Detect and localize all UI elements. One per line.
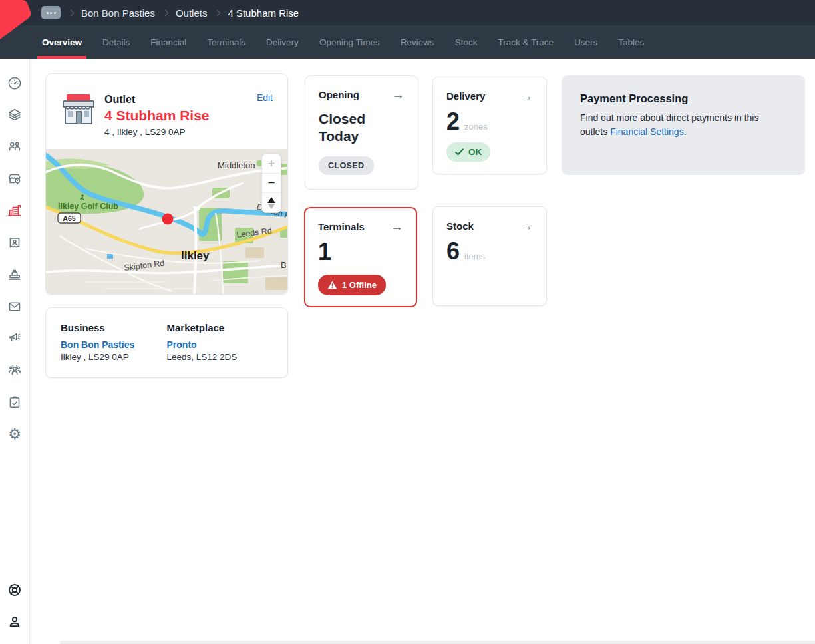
customers-icon[interactable] (7, 139, 23, 155)
stock-count: 6 (446, 239, 460, 264)
receipt-contact-icon[interactable] (7, 235, 23, 251)
tab-details[interactable]: Details (102, 25, 130, 59)
delivery-unit: zones (464, 122, 488, 132)
arrow-right-icon[interactable]: → (520, 220, 533, 232)
outlet-name: 4 Stubham Rise (104, 108, 273, 124)
cash-register-icon[interactable] (7, 267, 23, 283)
breadcrumb-current: 4 Stubham Rise (228, 7, 299, 19)
tab-terminals[interactable]: Terminals (207, 25, 245, 59)
tab-overview[interactable]: Overview (42, 25, 82, 59)
business-address: Ilkley , LS29 0AP (61, 352, 167, 362)
tab-delivery[interactable]: Delivery (266, 25, 299, 59)
terminals-card[interactable]: Terminals → 1 1 Offline (304, 207, 417, 307)
storefront-icon (61, 92, 96, 128)
marketplace-link[interactable]: Pronto (167, 339, 273, 350)
delivery-count: 2 (446, 109, 460, 134)
delivery-card[interactable]: Delivery → 2 zones OK (432, 77, 547, 174)
storefront-location-icon[interactable] (7, 171, 23, 187)
zoom-out-button[interactable]: − (262, 174, 281, 193)
marketplace-address: Leeds, LS12 2DS (167, 352, 273, 362)
business-marketplace-card: Business Bon Bon Pasties Ilkley , LS29 0… (45, 307, 288, 378)
settings-gear-icon[interactable]: ⚙ (7, 426, 23, 442)
scrollbar-track[interactable] (60, 641, 815, 644)
outlets-buildings-icon[interactable] (7, 203, 23, 219)
map[interactable]: Middleton Ilkley Golf Club A65 Skipton R… (46, 149, 287, 294)
tab-financial[interactable]: Financial (150, 25, 186, 59)
svg-text:A65: A65 (63, 214, 75, 222)
payment-title: Payment Processing (580, 92, 786, 105)
dashboard-gauge-icon[interactable] (7, 75, 23, 91)
stock-card[interactable]: Stock → 6 items (432, 206, 547, 306)
ok-badge: OK (446, 142, 490, 162)
map-label-middleton: Middleton (218, 160, 255, 170)
tab-track-trace[interactable]: Track & Trace (498, 25, 554, 59)
marketplace-heading: Marketplace (167, 322, 273, 333)
breadcrumb-outlets[interactable]: Outlets (176, 7, 208, 19)
opening-card[interactable]: Opening → Closed Today CLOSED (305, 75, 418, 190)
arrow-right-icon[interactable]: → (391, 220, 403, 233)
tab-tables[interactable]: Tables (618, 25, 644, 59)
payment-processing-panel: Payment Processing Find out more about d… (562, 75, 805, 175)
sidebar: ⚙ (0, 59, 30, 644)
map-label-ilkley: Ilkley (181, 249, 210, 262)
layers-icon[interactable] (7, 107, 23, 123)
support-lifebuoy-icon[interactable] (7, 582, 23, 598)
mail-icon[interactable] (7, 299, 23, 315)
chevron-right-icon (214, 9, 221, 16)
terminals-title: Terminals (318, 221, 365, 232)
map-label-golf-club: Ilkley Golf Club (58, 202, 118, 211)
compass-button[interactable] (262, 193, 281, 212)
edit-outlet-link[interactable]: Edit (257, 92, 273, 103)
tab-stock[interactable]: Stock (455, 25, 478, 59)
tab-bar: Overview Details Financial Terminals Del… (0, 25, 815, 59)
brand-logo[interactable] (0, 0, 32, 40)
outlet-label: Outlet (104, 94, 273, 106)
terminals-count: 1 (318, 240, 331, 265)
stock-title: Stock (446, 220, 474, 232)
arrow-right-icon[interactable]: → (520, 90, 533, 102)
a65-road-badge: A65 (58, 213, 81, 223)
breadcrumb: Bon Bon Pasties Outlets 4 Stubham Rise (0, 0, 815, 25)
offline-badge: 1 Offline (318, 275, 386, 295)
business-heading: Business (61, 322, 167, 333)
account-person-icon[interactable] (7, 614, 23, 630)
breadcrumb-business[interactable]: Bon Bon Pasties (81, 7, 155, 19)
ellipsis-icon[interactable] (41, 6, 61, 19)
teams-icon[interactable] (7, 363, 23, 379)
delivery-title: Delivery (446, 90, 485, 102)
map-label-be: Be (281, 260, 287, 270)
opening-status: Closed Today (319, 110, 392, 145)
tab-opening-times[interactable]: Opening Times (319, 25, 380, 59)
chevron-right-icon (68, 9, 75, 16)
opening-title: Opening (319, 89, 359, 100)
financial-settings-link[interactable]: Financial Settings (610, 126, 684, 137)
business-link[interactable]: Bon Bon Pasties (61, 339, 167, 350)
zoom-in-button[interactable]: + (262, 154, 281, 174)
arrow-right-icon[interactable]: → (392, 88, 405, 101)
tab-users[interactable]: Users (574, 25, 597, 59)
closed-badge: CLOSED (319, 156, 374, 175)
chevron-right-icon (162, 9, 168, 16)
outlet-card: Outlet 4 Stubham Rise 4 , Ilkley , LS29 … (45, 73, 288, 295)
main-content: Outlet 4 Stubham Rise 4 , Ilkley , LS29 … (30, 59, 815, 644)
outlet-address: 4 , Ilkley , LS29 0AP (104, 127, 273, 137)
payment-text: Find out more about direct payments in t… (580, 111, 786, 140)
map-marker[interactable] (162, 214, 174, 225)
warning-icon (327, 281, 337, 289)
check-icon (455, 148, 464, 156)
tasks-clipboard-icon[interactable] (7, 395, 23, 410)
app-header: Bon Bon Pasties Outlets 4 Stubham Rise O… (0, 0, 815, 59)
map-zoom-control: + − (261, 154, 281, 213)
tab-reviews[interactable]: Reviews (401, 25, 434, 59)
stock-unit: items (464, 251, 485, 261)
marketing-megaphone-icon[interactable] (7, 331, 23, 347)
